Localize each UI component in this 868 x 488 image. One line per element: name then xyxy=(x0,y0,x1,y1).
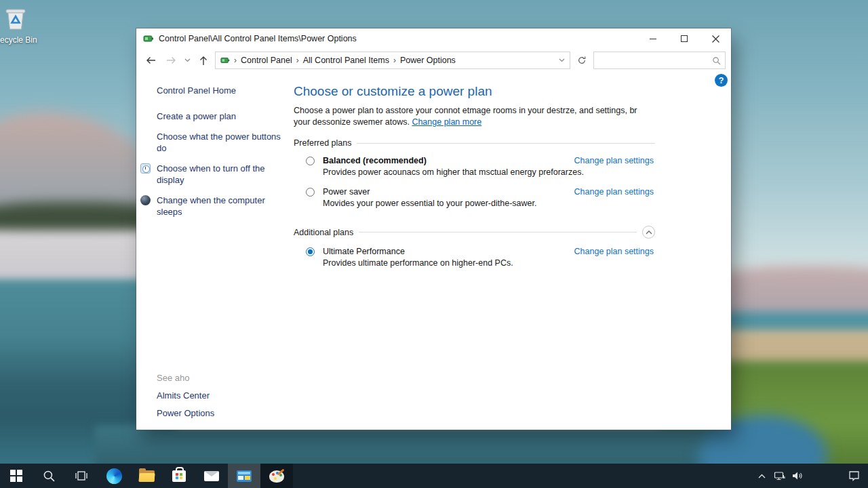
intro-line-1: Choose a power plan to asstore your conn… xyxy=(294,105,655,117)
window-title: Control Panel\All Control Panel Items\Po… xyxy=(159,34,637,43)
up-icon xyxy=(198,55,209,66)
breadcrumb-all-items[interactable]: All Control Panel Items xyxy=(303,56,389,65)
up-button[interactable] xyxy=(195,52,212,69)
intro-line-2: your dessonize swemer atows. xyxy=(294,117,410,127)
plan-name-balanced[interactable]: Balanced (recommended) xyxy=(323,156,568,165)
paint-button[interactable] xyxy=(260,464,293,488)
ultimate-performance-radio[interactable] xyxy=(306,247,315,256)
sidebar-item-power-buttons[interactable]: Choose what the power buttons do xyxy=(157,131,283,154)
recycle-bin-icon xyxy=(1,4,30,31)
chevron-up-icon xyxy=(646,230,652,235)
sidebar-item-label: Choose when to turn off the display xyxy=(157,163,264,185)
change-plan-settings-power-saver-link[interactable]: Change plan settings xyxy=(574,187,654,197)
group-divider xyxy=(359,232,637,232)
volume-icon xyxy=(791,471,802,481)
page-title: Choose or customize a power plan xyxy=(294,84,655,99)
plan-name-ultimate-performance[interactable]: Ultimate Performance xyxy=(323,247,568,256)
change-plan-settings-ultimate-link[interactable]: Change plan settings xyxy=(574,247,654,256)
preferred-plans-group: Preferred plans xyxy=(294,138,655,148)
task-view-icon xyxy=(75,470,88,482)
search-icon xyxy=(43,470,56,483)
edge-button[interactable] xyxy=(98,464,130,488)
back-button[interactable] xyxy=(142,52,159,69)
mail-icon xyxy=(204,471,219,481)
sidebar-item-create-power-plan[interactable]: Create a power plan xyxy=(157,110,283,122)
sidebar-item-control-panel-home[interactable]: Control Panel Home xyxy=(157,85,292,96)
main-panel: Choose or customize a power plan Choose … xyxy=(294,72,655,268)
maximize-button[interactable] xyxy=(669,28,700,49)
chevron-down-icon xyxy=(184,58,191,62)
tray-expand-button[interactable] xyxy=(753,464,770,488)
breadcrumb-control-panel[interactable]: Control Panel xyxy=(241,56,292,65)
paint-icon xyxy=(269,470,284,483)
volume-tray-button[interactable] xyxy=(788,464,806,488)
refresh-icon xyxy=(577,56,587,65)
change-plan-more-link[interactable]: Change plan more xyxy=(412,117,481,127)
network-icon xyxy=(774,471,785,481)
breadcrumb-separator: › xyxy=(296,56,300,65)
see-also-almits-center[interactable]: Almits Center xyxy=(157,390,214,401)
control-panel-icon xyxy=(237,470,252,482)
intro-text: Choose a power plan to asstore your conn… xyxy=(294,105,655,128)
additional-plans-label: Additional plans xyxy=(294,228,353,237)
plan-name-power-saver[interactable]: Power saver xyxy=(323,187,568,197)
search-input[interactable] xyxy=(598,56,712,65)
recycle-bin-label: Recycle Bin xyxy=(0,35,43,45)
sleep-icon xyxy=(140,195,151,205)
breadcrumb-power-options[interactable]: Power Options xyxy=(400,56,456,65)
collapse-additional-plans-button[interactable] xyxy=(642,226,655,239)
minimize-button[interactable] xyxy=(637,28,669,49)
breadcrumb-separator: › xyxy=(233,56,237,65)
action-center-icon xyxy=(848,470,860,481)
plan-row-balanced: Balanced (recommended) Change plan setti… xyxy=(306,156,654,177)
plan-desc-power-saver: Movides your power essential to your pow… xyxy=(323,199,654,208)
sidebar-item-label: Change when the computer sleeps xyxy=(157,195,265,217)
taskbar-search-button[interactable] xyxy=(33,464,65,488)
see-also-power-options[interactable]: Power Options xyxy=(157,408,214,418)
plan-row-power-saver: Power saver Change plan settings Movides… xyxy=(306,187,654,208)
display-timeout-icon xyxy=(140,163,151,174)
breadcrumb-separator: › xyxy=(393,56,397,65)
sidebar-item-turn-off-display[interactable]: Choose when to turn off the display xyxy=(157,163,283,186)
search-box[interactable] xyxy=(593,52,726,69)
action-center-button[interactable] xyxy=(845,464,863,488)
change-plan-settings-balanced-link[interactable]: Change plan settings xyxy=(574,156,654,165)
close-button[interactable] xyxy=(700,28,731,49)
store-button[interactable] xyxy=(163,464,195,488)
recent-pages-button[interactable] xyxy=(182,52,192,69)
control-panel-taskbar-button[interactable] xyxy=(228,464,260,488)
help-icon: ? xyxy=(719,76,724,85)
sidebar: Control Panel Home Create a power plan C… xyxy=(136,72,292,430)
see-also-section: See aho Almits Center Power Options xyxy=(157,373,214,426)
power-options-app-icon xyxy=(143,33,154,44)
windows-logo-icon xyxy=(10,470,22,482)
forward-button[interactable] xyxy=(162,52,180,69)
forward-icon xyxy=(165,55,177,66)
start-button[interactable] xyxy=(0,464,33,488)
help-button[interactable]: ? xyxy=(715,74,728,87)
task-view-button[interactable] xyxy=(65,464,98,488)
navigation-toolbar: › Control Panel › All Control Panel Item… xyxy=(136,49,731,72)
plan-desc-ultimate-performance: Provides ultimate performance on higher-… xyxy=(323,258,654,268)
balanced-radio[interactable] xyxy=(306,157,315,165)
network-tray-button[interactable] xyxy=(770,464,788,488)
wallpaper-water xyxy=(95,426,746,464)
power-saver-radio[interactable] xyxy=(306,188,315,197)
mail-button[interactable] xyxy=(195,464,228,488)
address-bar[interactable]: › Control Panel › All Control Panel Item… xyxy=(215,52,570,69)
back-icon xyxy=(145,55,157,66)
refresh-button[interactable] xyxy=(573,52,591,69)
preferred-plans-label: Preferred plans xyxy=(294,138,351,148)
control-panel-window: Control Panel\All Control Panel Items\Po… xyxy=(136,28,731,430)
window-content: ? Control Panel Home Create a power plan… xyxy=(136,72,731,430)
recycle-bin-shortcut[interactable]: Recycle Bin xyxy=(0,4,43,45)
minimize-icon xyxy=(650,39,656,39)
address-dropdown-icon[interactable] xyxy=(559,58,565,62)
close-icon xyxy=(712,35,719,43)
window-titlebar[interactable]: Control Panel\All Control Panel Items\Po… xyxy=(136,28,731,49)
sidebar-item-computer-sleeps[interactable]: Change when the computer sleeps xyxy=(157,195,283,218)
group-divider xyxy=(357,143,655,144)
store-icon xyxy=(172,470,186,482)
file-explorer-button[interactable] xyxy=(130,464,163,488)
plan-desc-balanced: Provides power acounacs om higher that m… xyxy=(323,167,654,177)
